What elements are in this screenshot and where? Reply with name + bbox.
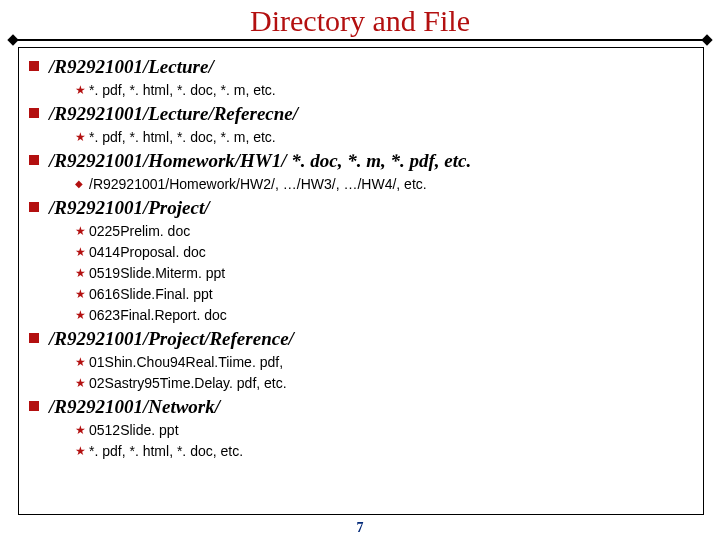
heading-text: /R92921001/Project/ xyxy=(49,197,209,219)
item-text: 0623Final.Report. doc xyxy=(89,306,227,324)
item-text: 02Sastry95Time.Delay. pdf, etc. xyxy=(89,374,287,392)
item-text: *. pdf, *. html, *. doc, *. m, etc. xyxy=(89,128,276,146)
section-items: ◆ /R92921001/Homework/HW2/, …/HW3/, …/HW… xyxy=(75,175,693,193)
square-bullet-icon xyxy=(29,401,39,411)
list-item: ★ 01Shin.Chou94Real.Tiime. pdf, xyxy=(75,353,693,371)
star-bullet-icon: ★ xyxy=(75,243,89,261)
star-bullet-icon: ★ xyxy=(75,306,89,324)
list-item: ★ 0519Slide.Miterm. ppt xyxy=(75,264,693,282)
list-item: ★ 0225Prelim. doc xyxy=(75,222,693,240)
slide-title: Directory and File xyxy=(250,4,470,37)
section-heading: /R92921001/Project/ xyxy=(29,197,693,219)
item-text: 0414Proposal. doc xyxy=(89,243,206,261)
star-bullet-icon: ★ xyxy=(75,442,89,460)
section-items: ★ *. pdf, *. html, *. doc, *. m, etc. xyxy=(75,128,693,146)
item-text: *. pdf, *. html, *. doc, etc. xyxy=(89,442,243,460)
list-item: ★ 0512Slide. ppt xyxy=(75,421,693,439)
heading-text: /R92921001/Lecture/ xyxy=(49,56,214,78)
star-bullet-icon: ★ xyxy=(75,81,89,99)
slide: Directory and File /R92921001/Lecture/ ★… xyxy=(0,0,720,540)
list-item: ★ *. pdf, *. html, *. doc, *. m, etc. xyxy=(75,81,693,99)
star-bullet-icon: ★ xyxy=(75,353,89,371)
square-bullet-icon xyxy=(29,202,39,212)
item-text: 0225Prelim. doc xyxy=(89,222,190,240)
section-items: ★ *. pdf, *. html, *. doc, *. m, etc. xyxy=(75,81,693,99)
star-bullet-icon: ★ xyxy=(75,264,89,282)
list-item: ★ *. pdf, *. html, *. doc, etc. xyxy=(75,442,693,460)
list-item: ★ 0414Proposal. doc xyxy=(75,243,693,261)
section-items: ★ 0225Prelim. doc ★ 0414Proposal. doc ★ … xyxy=(75,222,693,324)
section-items: ★ 0512Slide. ppt ★ *. pdf, *. html, *. d… xyxy=(75,421,693,460)
section-heading: /R92921001/Homework/HW1/ *. doc, *. m, *… xyxy=(29,150,693,172)
page-number: 7 xyxy=(0,520,720,536)
square-bullet-icon xyxy=(29,155,39,165)
list-item: ◆ /R92921001/Homework/HW2/, …/HW3/, …/HW… xyxy=(75,175,693,193)
item-text: 0512Slide. ppt xyxy=(89,421,179,439)
title-area: Directory and File xyxy=(0,0,720,37)
star-bullet-icon: ★ xyxy=(75,128,89,146)
section-heading: /R92921001/Network/ xyxy=(29,396,693,418)
content-box: /R92921001/Lecture/ ★ *. pdf, *. html, *… xyxy=(18,47,704,515)
heading-text: /R92921001/Network/ xyxy=(49,396,220,418)
item-text: 0616Slide.Final. ppt xyxy=(89,285,213,303)
heading-text: /R92921001/Homework/HW1/ *. doc, *. m, *… xyxy=(49,150,471,172)
heading-text: /R92921001/Project/Reference/ xyxy=(49,328,294,350)
star-bullet-icon: ★ xyxy=(75,285,89,303)
item-text: /R92921001/Homework/HW2/, …/HW3/, …/HW4/… xyxy=(89,175,427,193)
list-item: ★ 02Sastry95Time.Delay. pdf, etc. xyxy=(75,374,693,392)
item-text: 01Shin.Chou94Real.Tiime. pdf, xyxy=(89,353,283,371)
heading-text: /R92921001/Lecture/Referecne/ xyxy=(49,103,298,125)
square-bullet-icon xyxy=(29,61,39,71)
section-items: ★ 01Shin.Chou94Real.Tiime. pdf, ★ 02Sast… xyxy=(75,353,693,392)
section-heading: /R92921001/Lecture/Referecne/ xyxy=(29,103,693,125)
item-text: 0519Slide.Miterm. ppt xyxy=(89,264,225,282)
section-heading: /R92921001/Lecture/ xyxy=(29,56,693,78)
star-bullet-icon: ★ xyxy=(75,374,89,392)
section-heading: /R92921001/Project/Reference/ xyxy=(29,328,693,350)
diamond-bullet-icon: ◆ xyxy=(75,175,89,193)
star-bullet-icon: ★ xyxy=(75,222,89,240)
square-bullet-icon xyxy=(29,108,39,118)
star-bullet-icon: ★ xyxy=(75,421,89,439)
list-item: ★ 0623Final.Report. doc xyxy=(75,306,693,324)
square-bullet-icon xyxy=(29,333,39,343)
title-divider xyxy=(12,39,708,41)
list-item: ★ 0616Slide.Final. ppt xyxy=(75,285,693,303)
list-item: ★ *. pdf, *. html, *. doc, *. m, etc. xyxy=(75,128,693,146)
item-text: *. pdf, *. html, *. doc, *. m, etc. xyxy=(89,81,276,99)
